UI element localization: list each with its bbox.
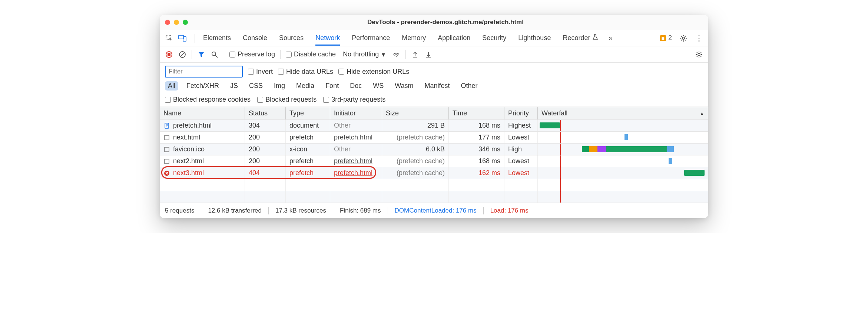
cell-size: (prefetch cache): [382, 155, 449, 167]
tab-network[interactable]: Network: [315, 30, 340, 46]
table-row[interactable]: prefetch.html304documentOther291 B168 ms…: [160, 120, 708, 132]
cell-status: 304: [245, 120, 286, 131]
record-button[interactable]: [165, 50, 173, 59]
tab-memory[interactable]: Memory: [402, 30, 426, 46]
file-icon: [163, 134, 170, 141]
table-row[interactable]: next3.html404prefetchprefetch.html(prefe…: [160, 167, 708, 179]
device-icon[interactable]: [178, 34, 186, 42]
col-priority[interactable]: Priority: [504, 107, 538, 119]
cell-initiator[interactable]: prefetch.html: [330, 132, 382, 143]
cell-size: (prefetch cache): [382, 167, 449, 179]
filter-type-css[interactable]: CSS: [246, 81, 266, 91]
filter-type-ws[interactable]: WS: [370, 81, 387, 91]
warnings-badge[interactable]: ■2: [660, 34, 672, 42]
upload-har-icon[interactable]: [411, 50, 419, 59]
cell-size: (prefetch cache): [382, 132, 449, 143]
filter-type-img[interactable]: Img: [271, 81, 288, 91]
inspect-icon[interactable]: [165, 34, 173, 42]
panel-tabs: ElementsConsoleSourcesNetworkPerformance…: [160, 30, 708, 46]
filter-type-font[interactable]: Font: [322, 81, 342, 91]
invert-checkbox[interactable]: Invert: [248, 68, 273, 76]
tab-console[interactable]: Console: [243, 30, 267, 46]
tab-sources[interactable]: Sources: [279, 30, 304, 46]
settings-icon[interactable]: [679, 34, 688, 42]
blocked-requests-checkbox[interactable]: Blocked requests: [257, 96, 317, 104]
svg-point-9: [698, 53, 700, 56]
svg-line-5: [180, 53, 184, 56]
col-name[interactable]: Name: [160, 107, 245, 119]
tab-recorder[interactable]: Recorder: [563, 30, 598, 46]
cell-time: 346 ms: [449, 144, 504, 155]
zoom-window[interactable]: [183, 20, 188, 25]
filter-type-all[interactable]: All: [165, 81, 178, 91]
cell-size: 291 B: [382, 120, 449, 131]
blocked-cookies-checkbox[interactable]: Blocked response cookies: [165, 96, 251, 104]
disable-cache-checkbox[interactable]: Disable cache: [286, 50, 336, 58]
cell-size: 6.0 kB: [382, 144, 449, 155]
cell-time: 168 ms: [449, 120, 504, 131]
filter-type-wasm[interactable]: Wasm: [392, 81, 416, 91]
request-name: next.html: [173, 134, 200, 141]
document-icon: [163, 122, 170, 129]
more-tabs-icon[interactable]: »: [606, 34, 614, 42]
search-icon[interactable]: [211, 50, 219, 59]
tab-performance[interactable]: Performance: [352, 30, 390, 46]
hide-extension-checkbox[interactable]: Hide extension URLs: [338, 68, 409, 76]
domcontentloaded: DOMContentLoaded: 176 ms: [395, 207, 477, 214]
cell-waterfall: [538, 167, 708, 179]
tab-elements[interactable]: Elements: [203, 30, 231, 46]
file-icon: [163, 146, 170, 153]
cell-initiator[interactable]: prefetch.html: [330, 167, 382, 179]
third-party-checkbox[interactable]: 3rd-party requests: [323, 96, 385, 104]
tab-security[interactable]: Security: [482, 30, 506, 46]
divider: [195, 34, 195, 43]
transferred: 12.6 kB transferred: [208, 207, 262, 214]
col-status[interactable]: Status: [245, 107, 286, 119]
beaker-icon: [592, 34, 598, 42]
filter-type-doc[interactable]: Doc: [347, 81, 365, 91]
filter-type-manifest[interactable]: Manifest: [422, 81, 453, 91]
cell-priority: High: [504, 144, 538, 155]
table-row[interactable]: next.html200prefetchprefetch.html(prefet…: [160, 132, 708, 144]
svg-rect-15: [165, 147, 169, 152]
request-name: next3.html: [173, 169, 204, 177]
filter-type-js[interactable]: JS: [227, 81, 241, 91]
close-window[interactable]: [165, 20, 170, 25]
col-type[interactable]: Type: [286, 107, 330, 119]
file-icon: [163, 158, 170, 165]
cell-initiator: Other: [330, 144, 382, 155]
filter-type-fetchxhr[interactable]: Fetch/XHR: [183, 81, 222, 91]
filter-input[interactable]: [165, 66, 243, 78]
cell-initiator[interactable]: prefetch.html: [330, 155, 382, 167]
col-initiator[interactable]: Initiator: [330, 107, 382, 119]
cell-status: 404: [245, 167, 286, 179]
table-row[interactable]: favicon.ico200x-iconOther6.0 kB346 msHig…: [160, 144, 708, 155]
cell-type: x-icon: [286, 144, 330, 155]
col-size[interactable]: Size: [382, 107, 449, 119]
clear-button[interactable]: [178, 50, 186, 59]
network-conditions-icon[interactable]: [392, 50, 400, 59]
settings-icon[interactable]: [695, 50, 703, 59]
cell-type: prefetch: [286, 132, 330, 143]
table-header: NameStatusTypeInitiatorSizeTimePriorityW…: [160, 107, 708, 120]
tab-application[interactable]: Application: [438, 30, 470, 46]
svg-point-6: [212, 52, 216, 56]
minimize-window[interactable]: [174, 20, 179, 25]
throttling-select[interactable]: No throttling ▾: [341, 49, 387, 60]
preserve-log-checkbox[interactable]: Preserve log: [229, 50, 275, 58]
cell-status: 200: [245, 144, 286, 155]
table-row[interactable]: next2.html200prefetchprefetch.html(prefe…: [160, 155, 708, 167]
cell-waterfall: [538, 132, 708, 143]
hide-data-checkbox[interactable]: Hide data URLs: [278, 68, 333, 76]
kebab-icon[interactable]: ⋮: [695, 34, 703, 42]
col-waterfall[interactable]: Waterfall▲: [538, 107, 708, 119]
filter-type-other[interactable]: Other: [458, 81, 481, 91]
filter-icon[interactable]: [197, 50, 205, 59]
chevron-down-icon: ▾: [382, 50, 385, 59]
filter-type-media[interactable]: Media: [293, 81, 317, 91]
col-time[interactable]: Time: [449, 107, 504, 119]
cell-priority: Lowest: [504, 155, 538, 167]
download-har-icon[interactable]: [424, 50, 433, 59]
tab-lighthouse[interactable]: Lighthouse: [518, 30, 551, 46]
svg-line-7: [215, 55, 218, 58]
